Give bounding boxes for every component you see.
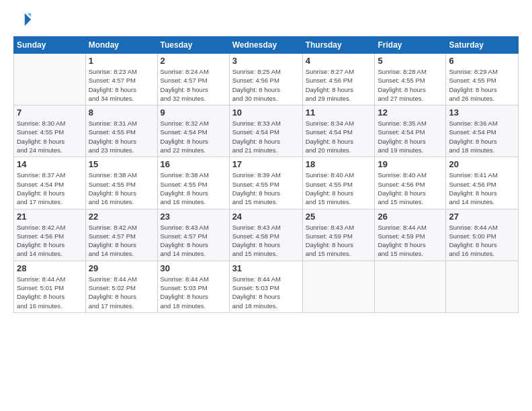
calendar-cell: 6Sunrise: 8:29 AM Sunset: 4:55 PM Daylig… — [446, 54, 519, 105]
day-info: Sunrise: 8:42 AM Sunset: 4:57 PM Dayligh… — [89, 223, 154, 259]
calendar-page: SundayMondayTuesdayWednesdayThursdayFrid… — [0, 0, 532, 411]
day-info: Sunrise: 8:28 AM Sunset: 4:55 PM Dayligh… — [378, 67, 443, 103]
day-number: 29 — [89, 263, 154, 273]
calendar-cell — [302, 261, 375, 312]
day-number: 16 — [161, 159, 226, 169]
day-number: 1 — [89, 56, 154, 66]
day-number: 26 — [378, 212, 443, 222]
calendar-cell: 20Sunrise: 8:41 AM Sunset: 4:56 PM Dayli… — [446, 157, 519, 209]
calendar-table: SundayMondayTuesdayWednesdayThursdayFrid… — [13, 36, 519, 313]
day-number: 21 — [17, 212, 83, 222]
day-info: Sunrise: 8:29 AM Sunset: 4:55 PM Dayligh… — [449, 67, 515, 103]
day-number: 2 — [161, 56, 226, 66]
calendar-cell: 9Sunrise: 8:32 AM Sunset: 4:54 PM Daylig… — [157, 105, 229, 157]
calendar-cell: 13Sunrise: 8:36 AM Sunset: 4:54 PM Dayli… — [446, 105, 519, 157]
weekday-header-friday: Friday — [375, 37, 446, 54]
calendar-cell: 24Sunrise: 8:43 AM Sunset: 4:58 PM Dayli… — [229, 209, 302, 261]
day-number: 3 — [232, 56, 300, 66]
day-info: Sunrise: 8:44 AM Sunset: 4:59 PM Dayligh… — [378, 223, 443, 259]
day-number: 17 — [232, 159, 300, 169]
weekday-header-tuesday: Tuesday — [157, 37, 229, 54]
day-info: Sunrise: 8:37 AM Sunset: 4:54 PM Dayligh… — [17, 171, 83, 206]
calendar-cell — [14, 54, 86, 105]
day-info: Sunrise: 8:43 AM Sunset: 4:57 PM Dayligh… — [161, 223, 226, 259]
week-row-3: 14Sunrise: 8:37 AM Sunset: 4:54 PM Dayli… — [14, 157, 519, 209]
calendar-cell: 1Sunrise: 8:23 AM Sunset: 4:57 PM Daylig… — [85, 54, 157, 105]
day-info: Sunrise: 8:30 AM Sunset: 4:55 PM Dayligh… — [17, 119, 83, 154]
day-info: Sunrise: 8:43 AM Sunset: 4:58 PM Dayligh… — [232, 223, 300, 259]
day-number: 27 — [449, 212, 515, 222]
calendar-cell — [375, 261, 446, 312]
calendar-cell: 23Sunrise: 8:43 AM Sunset: 4:57 PM Dayli… — [157, 209, 229, 261]
day-info: Sunrise: 8:33 AM Sunset: 4:54 PM Dayligh… — [232, 119, 300, 154]
week-row-4: 21Sunrise: 8:42 AM Sunset: 4:56 PM Dayli… — [14, 209, 519, 261]
day-number: 18 — [306, 159, 372, 169]
week-row-5: 28Sunrise: 8:44 AM Sunset: 5:01 PM Dayli… — [14, 261, 519, 312]
day-number: 6 — [449, 56, 515, 66]
calendar-cell: 16Sunrise: 8:38 AM Sunset: 4:55 PM Dayli… — [157, 157, 229, 209]
calendar-cell: 22Sunrise: 8:42 AM Sunset: 4:57 PM Dayli… — [85, 209, 157, 261]
day-number: 5 — [378, 56, 443, 66]
day-number: 30 — [161, 263, 226, 273]
day-number: 15 — [89, 159, 154, 169]
calendar-cell: 2Sunrise: 8:24 AM Sunset: 4:57 PM Daylig… — [157, 54, 229, 105]
weekday-header-thursday: Thursday — [302, 37, 375, 54]
day-number: 9 — [161, 107, 226, 118]
calendar-cell: 27Sunrise: 8:44 AM Sunset: 5:00 PM Dayli… — [446, 209, 519, 261]
day-info: Sunrise: 8:44 AM Sunset: 5:00 PM Dayligh… — [449, 223, 515, 259]
day-info: Sunrise: 8:31 AM Sunset: 4:55 PM Dayligh… — [89, 119, 154, 154]
calendar-cell: 8Sunrise: 8:31 AM Sunset: 4:55 PM Daylig… — [85, 105, 157, 157]
day-info: Sunrise: 8:34 AM Sunset: 4:54 PM Dayligh… — [306, 119, 372, 154]
calendar-cell: 14Sunrise: 8:37 AM Sunset: 4:54 PM Dayli… — [14, 157, 86, 209]
header — [13, 11, 519, 30]
day-number: 31 — [232, 263, 300, 273]
day-info: Sunrise: 8:44 AM Sunset: 5:02 PM Dayligh… — [89, 275, 154, 310]
calendar-cell: 12Sunrise: 8:35 AM Sunset: 4:54 PM Dayli… — [375, 105, 446, 157]
day-info: Sunrise: 8:35 AM Sunset: 4:54 PM Dayligh… — [378, 119, 443, 154]
calendar-cell: 21Sunrise: 8:42 AM Sunset: 4:56 PM Dayli… — [14, 209, 86, 261]
day-info: Sunrise: 8:38 AM Sunset: 4:55 PM Dayligh… — [161, 171, 226, 206]
day-number: 25 — [306, 212, 372, 222]
day-info: Sunrise: 8:43 AM Sunset: 4:59 PM Dayligh… — [306, 223, 372, 259]
calendar-cell: 31Sunrise: 8:44 AM Sunset: 5:03 PM Dayli… — [229, 261, 302, 312]
day-number: 12 — [378, 107, 443, 118]
day-number: 8 — [89, 107, 154, 118]
day-info: Sunrise: 8:36 AM Sunset: 4:54 PM Dayligh… — [449, 119, 515, 154]
day-info: Sunrise: 8:39 AM Sunset: 4:55 PM Dayligh… — [232, 171, 300, 206]
calendar-cell: 15Sunrise: 8:38 AM Sunset: 4:55 PM Dayli… — [85, 157, 157, 209]
day-info: Sunrise: 8:40 AM Sunset: 4:55 PM Dayligh… — [306, 171, 372, 206]
day-info: Sunrise: 8:25 AM Sunset: 4:56 PM Dayligh… — [232, 67, 300, 103]
day-info: Sunrise: 8:27 AM Sunset: 4:56 PM Dayligh… — [306, 67, 372, 103]
weekday-header-sunday: Sunday — [14, 37, 86, 54]
day-info: Sunrise: 8:40 AM Sunset: 4:56 PM Dayligh… — [378, 171, 443, 206]
day-number: 23 — [161, 212, 226, 222]
day-info: Sunrise: 8:44 AM Sunset: 5:01 PM Dayligh… — [17, 275, 83, 310]
calendar-cell: 18Sunrise: 8:40 AM Sunset: 4:55 PM Dayli… — [302, 157, 375, 209]
day-number: 4 — [306, 56, 372, 66]
calendar-cell: 3Sunrise: 8:25 AM Sunset: 4:56 PM Daylig… — [229, 54, 302, 105]
day-info: Sunrise: 8:44 AM Sunset: 5:03 PM Dayligh… — [232, 275, 300, 310]
day-info: Sunrise: 8:38 AM Sunset: 4:55 PM Dayligh… — [89, 171, 154, 206]
weekday-header-monday: Monday — [85, 37, 157, 54]
day-number: 20 — [449, 159, 515, 169]
calendar-cell: 29Sunrise: 8:44 AM Sunset: 5:02 PM Dayli… — [85, 261, 157, 312]
calendar-cell — [446, 261, 519, 312]
calendar-cell: 30Sunrise: 8:44 AM Sunset: 5:03 PM Dayli… — [157, 261, 229, 312]
weekday-header-saturday: Saturday — [446, 37, 519, 54]
day-info: Sunrise: 8:42 AM Sunset: 4:56 PM Dayligh… — [17, 223, 83, 259]
calendar-cell: 17Sunrise: 8:39 AM Sunset: 4:55 PM Dayli… — [229, 157, 302, 209]
calendar-cell: 28Sunrise: 8:44 AM Sunset: 5:01 PM Dayli… — [14, 261, 86, 312]
day-number: 19 — [378, 159, 443, 169]
day-number: 14 — [17, 159, 83, 169]
calendar-cell: 19Sunrise: 8:40 AM Sunset: 4:56 PM Dayli… — [375, 157, 446, 209]
week-row-1: 1Sunrise: 8:23 AM Sunset: 4:57 PM Daylig… — [14, 54, 519, 105]
calendar-cell: 10Sunrise: 8:33 AM Sunset: 4:54 PM Dayli… — [229, 105, 302, 157]
day-number: 24 — [232, 212, 300, 222]
calendar-cell: 26Sunrise: 8:44 AM Sunset: 4:59 PM Dayli… — [375, 209, 446, 261]
logo — [13, 11, 34, 30]
calendar-cell: 25Sunrise: 8:43 AM Sunset: 4:59 PM Dayli… — [302, 209, 375, 261]
day-info: Sunrise: 8:41 AM Sunset: 4:56 PM Dayligh… — [449, 171, 515, 206]
day-number: 11 — [306, 107, 372, 118]
day-info: Sunrise: 8:44 AM Sunset: 5:03 PM Dayligh… — [161, 275, 226, 310]
day-number: 22 — [89, 212, 154, 222]
